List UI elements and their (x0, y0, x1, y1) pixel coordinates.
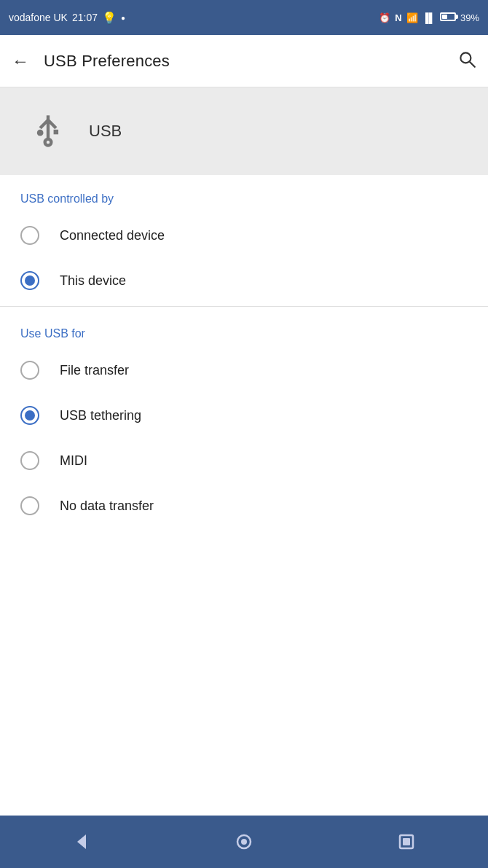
status-right: ⏰ N 📶 ▐▌ 39% (379, 12, 479, 23)
radio-this-device[interactable]: This device (0, 258, 488, 303)
usb-header-label: USB (89, 122, 122, 141)
signal-icon: ▐▌ (422, 12, 436, 23)
status-bar: vodafone UK 21:07 💡 ● ⏰ N 📶 ▐▌ 39% (0, 0, 488, 35)
section-divider (0, 306, 488, 307)
wifi-icon: 📶 (406, 12, 418, 23)
radio-usb-tethering-circle[interactable] (20, 406, 39, 425)
usb-icon (29, 112, 67, 150)
back-button[interactable]: ← (12, 52, 29, 70)
app-bar: ← USB Preferences (0, 35, 488, 87)
time-text: 21:07 (72, 12, 98, 23)
radio-no-data-transfer-circle[interactable] (20, 496, 39, 515)
svg-point-10 (241, 839, 247, 845)
radio-file-transfer[interactable]: File transfer (0, 348, 488, 393)
content-area: USB controlled by Connected device This … (0, 175, 488, 528)
svg-marker-8 (77, 834, 86, 849)
bulb-icon: 💡 (102, 11, 117, 25)
usb-controlled-by-section-header: USB controlled by (0, 175, 488, 213)
nav-bar (0, 816, 488, 868)
radio-midi[interactable]: MIDI (0, 438, 488, 483)
radio-file-transfer-label: File transfer (60, 363, 129, 378)
usb-header: USB (0, 87, 488, 175)
radio-connected-device-label: Connected device (60, 228, 165, 243)
radio-this-device-circle[interactable] (20, 271, 39, 290)
nav-back-button[interactable] (52, 824, 111, 860)
radio-no-data-transfer-label: No data transfer (60, 498, 154, 514)
status-left: vodafone UK 21:07 💡 ● (9, 11, 125, 25)
nav-recents-button[interactable] (377, 824, 436, 860)
svg-rect-6 (54, 130, 59, 135)
alarm-icon: ⏰ (379, 12, 390, 23)
svg-point-5 (37, 130, 44, 136)
nav-home-button[interactable] (215, 824, 273, 860)
carrier-text: vodafone UK (9, 12, 68, 23)
svg-point-7 (45, 139, 52, 146)
battery-icon (440, 12, 456, 23)
radio-usb-tethering[interactable]: USB tethering (0, 393, 488, 438)
radio-usb-tethering-label: USB tethering (60, 408, 141, 423)
page-title: USB Preferences (44, 52, 457, 71)
radio-connected-device-circle[interactable] (20, 226, 39, 245)
nfc-icon: N (395, 12, 401, 23)
radio-midi-label: MIDI (60, 453, 87, 469)
radio-connected-device[interactable]: Connected device (0, 213, 488, 258)
search-button[interactable] (457, 50, 476, 73)
svg-rect-12 (403, 838, 410, 845)
radio-this-device-label: This device (60, 273, 126, 289)
dot-icon: ● (121, 14, 125, 22)
use-usb-for-section-header: Use USB for (0, 310, 488, 348)
battery-text: 39% (460, 12, 479, 23)
radio-no-data-transfer[interactable]: No data transfer (0, 483, 488, 528)
radio-file-transfer-circle[interactable] (20, 361, 39, 380)
svg-line-1 (470, 61, 475, 66)
radio-midi-circle[interactable] (20, 451, 39, 470)
